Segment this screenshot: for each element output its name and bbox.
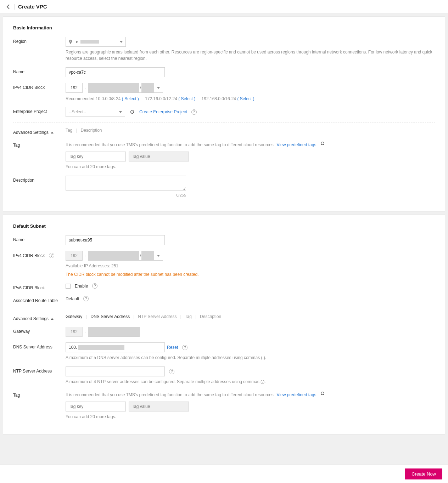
subnet-tag-label: Tag <box>13 391 66 398</box>
ep-select[interactable]: --Select-- <box>66 107 125 117</box>
subnet-cidr-rest[interactable]: / <box>88 251 163 261</box>
vpc-name-input[interactable] <box>66 67 165 77</box>
dns-label: DNS Server Address <box>13 342 66 350</box>
ipv6-enable-text: Enable <box>75 284 88 289</box>
basic-info-panel: Basic Information Region e Regions are g… <box>3 16 445 212</box>
caret-down-icon <box>120 41 123 43</box>
subnet-view-tags-link[interactable]: View predefined tags <box>277 392 317 397</box>
cidr-select-1[interactable]: ( Select ) <box>122 96 139 101</box>
basic-section-title: Basic Information <box>13 25 435 30</box>
caret-up-icon <box>51 132 54 133</box>
subnet-section-title: Default Subnet <box>13 223 435 229</box>
header-divider <box>14 4 15 10</box>
subnet-name-label: Name <box>13 235 66 242</box>
region-value-blur <box>80 40 99 44</box>
subnet-cidr-label: IPv4 CIDR Block ? <box>13 251 66 258</box>
subnet-tag-value-input[interactable] <box>129 402 189 411</box>
region-label: Region <box>13 37 66 44</box>
ep-label: Enterprise Project <box>13 107 66 114</box>
create-ep-link[interactable]: Create Enterprise Project <box>139 109 187 114</box>
ntp-input[interactable] <box>66 366 165 376</box>
ntp-hint: A maximum of 4 NTP server addresses can … <box>66 379 435 385</box>
region-value-prefix: e <box>76 39 78 44</box>
dns-hint: A maximum of 5 DNS server addresses can … <box>66 354 435 361</box>
subnet-adv-pills: Gateway| DNS Server Address| NTP Server … <box>66 314 435 319</box>
vpc-desc-input[interactable] <box>66 176 186 191</box>
vpc-tag-count: You can add 20 more tags. <box>66 164 435 170</box>
subnet-tag-key-input[interactable] <box>66 402 126 411</box>
ntp-label: NTP Server Address <box>13 366 66 374</box>
subnet-name-input[interactable] <box>66 235 165 245</box>
subnet-panel: Default Subnet Name IPv4 CIDR Block ? · <box>3 215 445 434</box>
subnet-ipv6-label: IPv6 CIDR Block <box>13 283 66 290</box>
gateway-label: Gateway <box>13 327 66 334</box>
caret-down-icon <box>119 111 122 113</box>
vpc-cidr-rest[interactable]: / <box>88 83 163 93</box>
region-hint: Regions are geographic areas isolated fr… <box>66 49 435 62</box>
caret-down-icon <box>157 255 160 257</box>
caret-up-icon <box>51 318 54 320</box>
vpc-desc-counter: 0/255 <box>66 193 186 197</box>
help-icon[interactable]: ? <box>49 253 54 258</box>
help-icon[interactable]: ? <box>169 369 174 374</box>
refresh-icon[interactable] <box>320 391 325 396</box>
vpc-cidr-octet-1[interactable] <box>66 83 83 93</box>
subnet-tag-count: You can add 20 more tags. <box>66 414 435 420</box>
subnet-cidr-octet-1 <box>66 251 83 261</box>
route-table-value: Default <box>66 296 79 301</box>
help-icon[interactable]: ? <box>83 296 89 301</box>
vpc-tag-key-input[interactable] <box>66 152 126 161</box>
dns-reset-link[interactable]: Reset <box>167 345 178 350</box>
region-select[interactable]: e <box>66 37 126 47</box>
vpc-tag-label: Tag <box>13 141 66 148</box>
vpc-tag-value-input[interactable] <box>129 152 189 161</box>
help-icon[interactable]: ? <box>92 283 97 289</box>
back-icon[interactable] <box>6 4 11 10</box>
refresh-icon[interactable] <box>320 141 325 146</box>
vpc-cidr-label: IPv4 CIDR Block <box>13 83 66 90</box>
refresh-icon[interactable] <box>129 109 135 115</box>
ipv6-enable-checkbox[interactable] <box>66 284 71 289</box>
help-icon[interactable]: ? <box>191 109 197 115</box>
subnet-cidr-warning: The CIDR block cannot be modified after … <box>66 271 435 278</box>
vpc-adv-pills: Tag|Description <box>66 128 435 133</box>
vpc-view-tags-link[interactable]: View predefined tags <box>277 142 317 147</box>
vpc-name-label: Name <box>13 67 66 74</box>
help-icon[interactable]: ? <box>182 345 187 350</box>
cidr-recommend: Recommended:10.0.0.0/8-24 ( Select ) 172… <box>66 96 435 101</box>
pin-icon <box>69 40 72 44</box>
vpc-desc-label: Description <box>13 176 66 183</box>
gateway-octet-1 <box>66 327 83 337</box>
subnet-avail-ip: Available IP Addresses: 251 <box>66 263 435 269</box>
route-table-label: Associated Route Table <box>13 296 66 303</box>
caret-down-icon <box>157 87 160 89</box>
dns-input[interactable]: 100. <box>66 342 165 352</box>
subnet-adv-toggle[interactable]: Advanced Settings <box>13 316 54 321</box>
page-title: Create VPC <box>18 4 47 10</box>
cidr-select-2[interactable]: ( Select ) <box>178 96 195 101</box>
vpc-adv-toggle[interactable]: Advanced Settings <box>13 130 54 135</box>
cidr-select-3[interactable]: ( Select ) <box>237 96 254 101</box>
